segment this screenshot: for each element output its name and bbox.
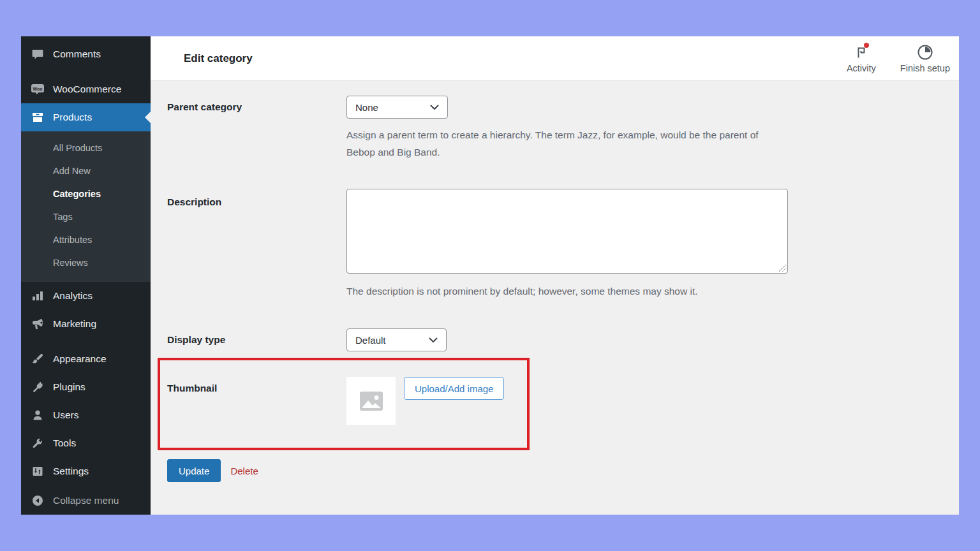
sidebar-item-settings[interactable]: Settings	[21, 457, 151, 485]
sidebar-item-woocommerce[interactable]: Woo WooCommerce	[21, 75, 151, 103]
submenu-item-attributes[interactable]: Attributes	[21, 228, 151, 251]
display-type-value: Default	[355, 335, 386, 346]
activity-label: Activity	[847, 63, 876, 73]
thumbnail-label: Thumbnail	[160, 377, 346, 394]
topbar: Edit category Activity	[151, 36, 959, 81]
admin-window: Comments Woo WooCommerce Produc	[21, 36, 959, 515]
marketing-icon	[31, 317, 45, 331]
users-icon	[31, 408, 45, 422]
sidebar-item-label: WooCommerce	[53, 84, 121, 95]
submenu-item-reviews[interactable]: Reviews	[21, 251, 151, 274]
sidebar-item-label: Collapse menu	[53, 495, 119, 506]
description-help: The description is not prominent by defa…	[346, 283, 773, 300]
settings-icon	[31, 464, 45, 478]
page-title: Edit category	[151, 52, 253, 65]
parent-category-value: None	[355, 102, 378, 113]
tools-icon	[31, 436, 45, 450]
display-type-select[interactable]: Default	[346, 328, 447, 351]
sidebar-item-users[interactable]: Users	[21, 401, 151, 429]
update-button[interactable]: Update	[167, 459, 221, 482]
parent-category-help: Assign a parent term to create a hierarc…	[346, 126, 773, 161]
chevron-down-icon	[430, 105, 439, 110]
woocommerce-icon: Woo	[31, 82, 45, 96]
sidebar-item-tools[interactable]: Tools	[21, 429, 151, 457]
description-textarea[interactable]	[346, 189, 788, 274]
display-type-label: Display type	[151, 328, 346, 346]
sidebar-item-products[interactable]: Products	[21, 103, 151, 131]
analytics-icon	[31, 289, 45, 303]
svg-text:Woo: Woo	[33, 87, 42, 91]
products-icon	[31, 110, 45, 124]
parent-category-label: Parent category	[151, 96, 346, 113]
appearance-icon	[31, 352, 45, 366]
submenu-item-add-new[interactable]: Add New	[21, 159, 151, 182]
parent-category-select[interactable]: None	[346, 96, 448, 119]
activity-flag-icon	[853, 44, 870, 61]
thumbnail-row: Thumbnail Upload/Add image	[160, 377, 527, 425]
description-label: Description	[151, 189, 346, 208]
main-area: Edit category Activity	[151, 36, 959, 515]
upload-add-image-button[interactable]: Upload/Add image	[404, 377, 504, 400]
thumbnail-annotation-highlight: Thumbnail Upload/Add image	[158, 358, 530, 450]
sidebar-item-label: Settings	[53, 466, 89, 477]
admin-sidebar: Comments Woo WooCommerce Produc	[21, 36, 151, 515]
topbar-actions: Activity Finish setup	[847, 44, 959, 73]
finish-setup-label: Finish setup	[900, 63, 950, 73]
submenu-item-all-products[interactable]: All Products	[21, 136, 151, 159]
chevron-down-icon	[429, 337, 438, 343]
sidebar-item-marketing[interactable]: Marketing	[21, 310, 151, 338]
comments-icon	[31, 47, 45, 61]
form-actions: Update Delete	[151, 459, 959, 482]
sidebar-item-comments[interactable]: Comments	[21, 40, 151, 68]
sidebar-item-label: Plugins	[53, 381, 85, 393]
description-row: Description The description is not promi…	[151, 189, 959, 300]
sidebar-item-label: Analytics	[53, 290, 93, 302]
finish-setup-pie-icon	[917, 44, 933, 61]
sidebar-item-label: Appearance	[53, 353, 107, 365]
edit-category-form: Parent category None Assign a parent ter…	[151, 81, 959, 515]
collapse-icon	[31, 494, 45, 508]
resize-grip[interactable]	[778, 264, 786, 272]
submenu-item-tags[interactable]: Tags	[21, 205, 151, 228]
unread-badge	[864, 43, 869, 48]
sidebar-item-analytics[interactable]: Analytics	[21, 282, 151, 310]
delete-link[interactable]: Delete	[230, 466, 258, 476]
activity-button[interactable]: Activity	[847, 44, 876, 73]
sidebar-separator	[21, 68, 151, 75]
finish-setup-button[interactable]: Finish setup	[900, 44, 950, 73]
parent-category-row: Parent category None Assign a parent ter…	[151, 96, 959, 161]
sidebar-item-label: Tools	[53, 437, 76, 449]
sidebar-item-appearance[interactable]: Appearance	[21, 346, 151, 374]
sidebar-item-collapse-menu[interactable]: Collapse menu	[21, 487, 151, 515]
sidebar-separator	[21, 338, 151, 345]
submenu-item-categories[interactable]: Categories	[21, 182, 151, 205]
sidebar-item-label: Marketing	[53, 318, 96, 330]
sidebar-item-plugins[interactable]: Plugins	[21, 373, 151, 401]
thumbnail-placeholder	[346, 377, 396, 425]
products-submenu: All Products Add New Categories Tags Att…	[21, 131, 151, 282]
sidebar-item-label: Users	[53, 409, 78, 421]
sidebar-item-label: Comments	[53, 48, 101, 60]
display-type-row: Display type Default	[151, 328, 959, 351]
image-placeholder-icon	[359, 391, 383, 411]
plugins-icon	[31, 380, 45, 394]
sidebar-item-label: Products	[53, 112, 92, 123]
